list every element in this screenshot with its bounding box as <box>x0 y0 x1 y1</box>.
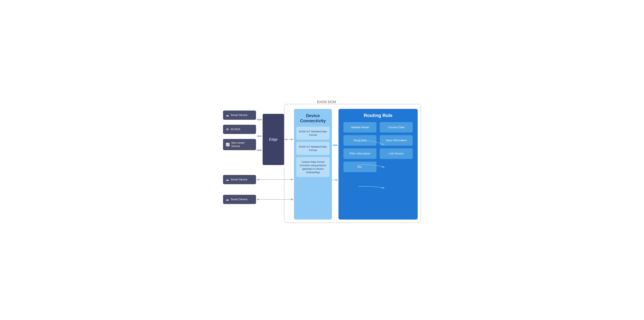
scada-icon: 🖥 <box>226 127 229 131</box>
device-box-3: 📈 Non-smart Device <box>223 139 256 150</box>
dc-item-3: Custom Data Format (Connect using protoc… <box>296 157 330 177</box>
rr-content: Validate Model Convert Data Send Data Sa… <box>342 122 414 172</box>
smart-device-icon-4: ☁ <box>226 178 229 182</box>
device-box-2: 🖥 SCADA <box>223 125 256 134</box>
smart-device-icon-1: ☁ <box>226 113 229 117</box>
diagram-container: EnOS DCM ☁ Smart Device 🖥 SCADA 📈 Non-sm… <box>223 94 421 226</box>
dcm-label: EnOS DCM <box>317 100 336 104</box>
devices-column: ☁ Smart Device 🖥 SCADA 📈 Non-smart Devic… <box>223 110 256 150</box>
device-label-5: Smart Device <box>230 198 248 201</box>
routing-rule-panel: Routing Rule Validate Model Convert Data… <box>338 109 418 220</box>
device-box-4: ☁ Smart Device <box>223 175 256 184</box>
rr-convert-data: Convert Data <box>380 122 413 133</box>
smart-device-icon-5: ☁ <box>226 197 229 201</box>
device-label-2: SCADA <box>230 128 240 131</box>
rr-validate-model: Validate Model <box>344 122 376 133</box>
rr-send-data: Send Data <box>344 135 376 146</box>
rr-filter-information: Filter Information <box>344 148 376 159</box>
device-label-3: Non-smart Device <box>232 141 254 148</box>
dc-item-2: EnOS IoT Standard Data Format <box>296 142 330 155</box>
device-box-5: ☁ Smart Device <box>223 195 256 204</box>
device-label-1: Smart Device <box>230 113 248 117</box>
nonsmart-device-icon: 📈 <box>226 142 230 146</box>
rr-title: Routing Rule <box>342 113 414 118</box>
edge-box: Edge <box>262 114 284 165</box>
device-connectivity-panel: Device Connectivity EnOS IoT Standard Da… <box>294 109 332 220</box>
device-label-4: Smart Device <box>230 178 248 181</box>
edge-label: Edge <box>269 137 278 141</box>
rr-save-information: Save Information <box>380 135 413 146</box>
rr-etc: Etc. <box>344 162 376 172</box>
device-box-1: ☁ Smart Device <box>223 110 256 120</box>
dc-item-1: EnOS IoT Standard Data Format <box>296 127 330 140</box>
dc-title: Device Connectivity <box>296 113 330 123</box>
rr-link-device: Link Device <box>380 148 413 159</box>
